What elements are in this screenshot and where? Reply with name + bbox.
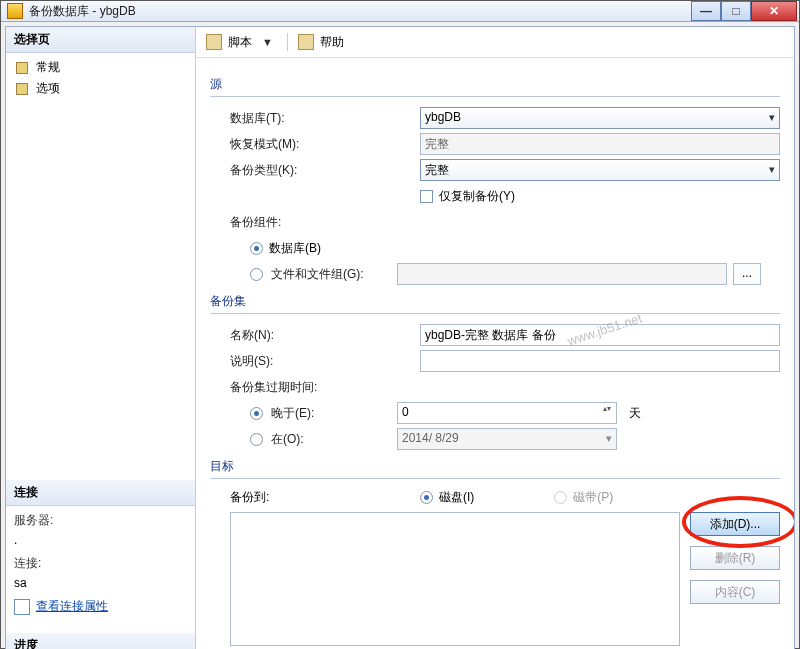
server-value: . [14, 533, 187, 547]
expire-after-stepper[interactable]: 0 [397, 402, 617, 424]
app-icon [7, 3, 23, 19]
window-body: 选择页 常规 选项 连接 服务器: . 连接: sa [5, 26, 795, 649]
name-input[interactable]: ybgDB-完整 数据库 备份 [420, 324, 780, 346]
help-icon [298, 34, 314, 50]
group-source: 源 [210, 76, 780, 93]
backup-database-window: 备份数据库 - ybgDB — □ ✕ 选择页 常规 选项 连接 [0, 0, 800, 649]
maximize-button[interactable]: □ [721, 1, 751, 21]
backup-type-label: 备份类型(K): [230, 162, 420, 179]
close-button[interactable]: ✕ [751, 1, 797, 21]
link-label: 查看连接属性 [36, 598, 108, 615]
properties-icon [14, 599, 30, 615]
group-backup-set: 备份集 [210, 293, 780, 310]
expire-label: 备份集过期时间: [230, 379, 420, 396]
expire-on-label: 在(O): [269, 431, 397, 448]
description-label: 说明(S): [230, 353, 420, 370]
dest-disk-radio[interactable] [420, 491, 433, 504]
dest-tape-radio [554, 491, 567, 504]
contents-button[interactable]: 内容(C) [690, 580, 780, 604]
filegroups-browse-button[interactable]: ... [733, 263, 761, 285]
sidebar-item-general[interactable]: 常规 [12, 57, 189, 78]
expire-after-unit: 天 [629, 405, 641, 422]
expire-after-label: 晚于(E): [269, 405, 397, 422]
server-label: 服务器: [14, 512, 187, 529]
component-files-radio[interactable] [250, 268, 263, 281]
sidebar: 选择页 常规 选项 连接 服务器: . 连接: sa [6, 27, 196, 649]
dest-tape-label: 磁带(P) [573, 489, 613, 506]
sidebar-header-pages: 选择页 [6, 27, 195, 53]
destination-list[interactable] [230, 512, 680, 646]
copy-only-checkbox[interactable] [420, 190, 433, 203]
database-select[interactable]: ybgDB [420, 107, 780, 129]
title-bar: 备份数据库 - ybgDB — □ ✕ [1, 1, 799, 22]
page-icon [14, 81, 30, 97]
filegroups-field [397, 263, 727, 285]
backup-component-label: 备份组件: [230, 214, 420, 231]
name-label: 名称(N): [230, 327, 420, 344]
expire-after-radio[interactable] [250, 407, 263, 420]
remove-button[interactable]: 删除(R) [690, 546, 780, 570]
sidebar-header-connection: 连接 [6, 480, 195, 506]
connection-label: 连接: [14, 555, 187, 572]
description-input[interactable] [420, 350, 780, 372]
backup-type-select[interactable]: 完整 [420, 159, 780, 181]
dest-disk-label: 磁盘(I) [439, 489, 474, 506]
window-controls: — □ ✕ [691, 1, 797, 21]
expire-on-datepicker[interactable]: 2014/ 8/29 [397, 428, 617, 450]
recovery-model-label: 恢复模式(M): [230, 136, 420, 153]
connection-value: sa [14, 576, 187, 590]
script-dropdown-icon[interactable]: ▼ [258, 36, 277, 48]
component-database-label: 数据库(B) [269, 240, 321, 257]
expire-on-radio[interactable] [250, 433, 263, 446]
script-button[interactable]: 脚本 [228, 34, 252, 51]
page-icon [14, 60, 30, 76]
separator [287, 33, 288, 51]
help-button[interactable]: 帮助 [320, 34, 344, 51]
toolbar: 脚本 ▼ 帮助 [196, 27, 794, 58]
backup-to-label: 备份到: [230, 489, 420, 506]
component-database-radio[interactable] [250, 242, 263, 255]
script-icon [206, 34, 222, 50]
database-label: 数据库(T): [230, 110, 420, 127]
sidebar-item-options[interactable]: 选项 [12, 78, 189, 99]
sidebar-item-label: 选项 [36, 80, 60, 97]
component-files-label: 文件和文件组(G): [269, 266, 397, 283]
group-destination: 目标 [210, 458, 780, 475]
sidebar-item-label: 常规 [36, 59, 60, 76]
form-content: 源 数据库(T): ybgDB 恢复模式(M): 完整 备份类型(K): 完整 [196, 58, 794, 649]
sidebar-header-progress: 进度 [6, 633, 195, 649]
minimize-button[interactable]: — [691, 1, 721, 21]
add-button[interactable]: 添加(D)... [690, 512, 780, 536]
copy-only-label: 仅复制备份(Y) [439, 188, 515, 205]
view-connection-properties-link[interactable]: 查看连接属性 [14, 598, 187, 615]
main-panel: 脚本 ▼ 帮助 源 数据库(T): ybgDB 恢复模式(M): 完整 备 [196, 27, 794, 649]
window-title: 备份数据库 - ybgDB [29, 3, 691, 20]
recovery-model-field: 完整 [420, 133, 780, 155]
